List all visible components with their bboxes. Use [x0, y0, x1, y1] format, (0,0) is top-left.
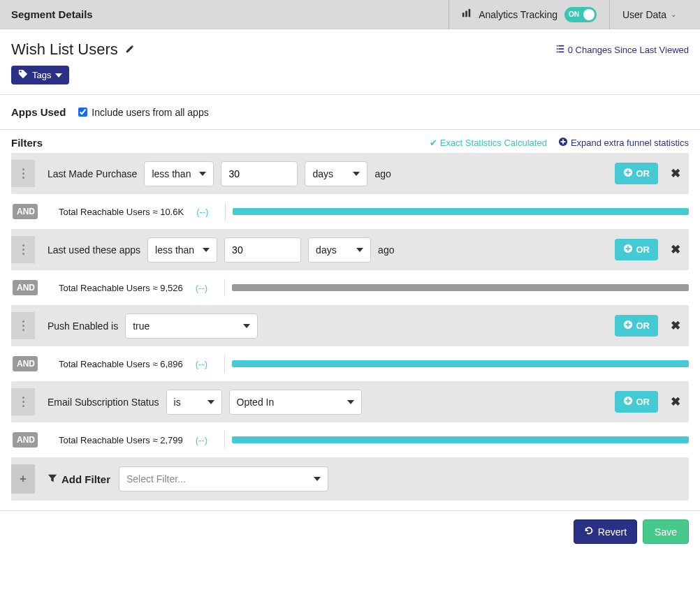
- drag-handle[interactable]: [11, 236, 35, 263]
- list-icon: [555, 44, 565, 56]
- suffix-label: ago: [374, 168, 391, 179]
- value-select[interactable]: Opted In: [229, 390, 362, 415]
- reach-text: Total Reachable Users ≈ 9,526: [59, 283, 183, 293]
- bar-chart-icon: [462, 8, 472, 20]
- svg-rect-0: [462, 13, 465, 17]
- filter-row: Email Subscription Status is Opted In OR…: [11, 381, 689, 422]
- reach-text: Total Reachable Users ≈ 2,799: [59, 435, 183, 445]
- operator-value: less than: [152, 168, 191, 179]
- reach-text: Total Reachable Users ≈ 6,896: [59, 359, 183, 369]
- select-filter-dropdown[interactable]: Select Filter...: [119, 466, 328, 492]
- save-button[interactable]: Save: [643, 519, 689, 544]
- include-all-apps-checkbox[interactable]: Include users from all apps: [78, 107, 208, 118]
- svg-rect-4: [557, 45, 558, 46]
- drag-handle[interactable]: [11, 388, 35, 415]
- and-chip: AND: [13, 280, 38, 295]
- undo-icon: [584, 526, 594, 538]
- edit-icon[interactable]: [125, 44, 135, 56]
- reach-link[interactable]: (--): [196, 207, 208, 217]
- or-button[interactable]: OR: [615, 239, 659, 260]
- reach-link[interactable]: (--): [196, 359, 207, 369]
- or-label: OR: [636, 168, 650, 179]
- unit-value: days: [312, 168, 333, 179]
- reach-link[interactable]: (--): [196, 283, 207, 293]
- svg-rect-6: [557, 48, 558, 50]
- svg-rect-9: [558, 51, 564, 52]
- svg-rect-16: [625, 172, 630, 173]
- or-button[interactable]: OR: [615, 315, 659, 337]
- user-data-dropdown[interactable]: User Data ⌄: [609, 0, 689, 29]
- operator-select[interactable]: less than: [144, 161, 214, 186]
- svg-rect-1: [465, 11, 467, 17]
- remove-icon[interactable]: ✖: [671, 166, 680, 181]
- and-chip: AND: [13, 356, 38, 371]
- filter-label: Push Enabled is: [48, 320, 118, 332]
- operator-select[interactable]: less than: [147, 237, 217, 263]
- filter-icon: [48, 473, 57, 485]
- stats-calculated-text: Exact Statistics Calculated: [440, 138, 547, 148]
- toggle-state-label: ON: [564, 10, 579, 18]
- operator-value: less than: [155, 244, 194, 256]
- svg-rect-25: [625, 400, 630, 401]
- reach-link[interactable]: (--): [196, 435, 207, 445]
- caret-down-icon: [356, 248, 363, 252]
- stats-row: AND Total Reachable Users ≈ 2,799 (--): [11, 424, 689, 456]
- revert-label: Revert: [598, 526, 627, 538]
- drag-handle[interactable]: [11, 160, 35, 187]
- include-all-apps-text: Include users from all apps: [92, 107, 208, 118]
- svg-rect-22: [625, 324, 630, 325]
- or-label: OR: [636, 397, 650, 407]
- segment-name: Wish List Users: [11, 40, 118, 59]
- toggle-knob: [583, 9, 595, 20]
- stats-row: AND Total Reachable Users ≈ 6,896 (--): [11, 348, 689, 380]
- include-all-apps-input[interactable]: [78, 108, 87, 117]
- caret-down-icon: [243, 324, 250, 328]
- svg-point-10: [20, 71, 22, 73]
- reach-text: Total Reachable Users ≈ 10.6K: [59, 207, 184, 217]
- caret-down-icon: [55, 73, 62, 77]
- plus-icon[interactable]: +: [11, 464, 35, 494]
- unit-select[interactable]: days: [308, 237, 371, 263]
- plus-circle-icon: [558, 137, 568, 149]
- unit-select[interactable]: days: [305, 161, 367, 186]
- filter-row: Last used these apps less than days ago …: [11, 229, 689, 270]
- tags-button[interactable]: Tags: [11, 66, 69, 84]
- add-filter-text: Add Filter: [61, 473, 110, 485]
- remove-icon[interactable]: ✖: [671, 242, 680, 257]
- or-button[interactable]: OR: [615, 163, 659, 184]
- plus-circle-icon: [623, 244, 633, 256]
- operator-select[interactable]: is: [166, 390, 222, 415]
- svg-rect-2: [469, 9, 471, 17]
- filter-label: Last Made Purchase: [48, 168, 137, 179]
- analytics-toggle[interactable]: ON: [564, 7, 597, 22]
- expand-stats-link[interactable]: Expand extra funnel statistics: [558, 137, 689, 149]
- apps-used-label: Apps Used: [11, 106, 66, 118]
- suffix-label: ago: [378, 244, 394, 256]
- caret-down-icon: [347, 400, 354, 404]
- caret-down-icon: [203, 248, 210, 252]
- changes-link[interactable]: 0 Changes Since Last Viewed: [555, 44, 689, 56]
- revert-button[interactable]: Revert: [574, 519, 637, 544]
- value-select[interactable]: true: [125, 313, 258, 339]
- remove-icon[interactable]: ✖: [671, 394, 680, 409]
- caret-down-icon: [207, 400, 214, 404]
- filter-label: Email Subscription Status: [48, 397, 159, 408]
- unit-value: days: [316, 244, 337, 256]
- and-chip: AND: [13, 204, 38, 219]
- drag-handle[interactable]: [11, 312, 35, 339]
- remove-icon[interactable]: ✖: [671, 318, 680, 333]
- caret-down-icon: [353, 172, 360, 176]
- value-input[interactable]: [221, 161, 298, 186]
- stats-row: AND Total Reachable Users ≈ 10.6K (--): [11, 195, 689, 228]
- analytics-label: Analytics Tracking: [479, 9, 557, 20]
- plus-circle-icon: [623, 396, 633, 408]
- caret-down-icon: [314, 477, 321, 481]
- or-button[interactable]: OR: [615, 391, 659, 413]
- value-input[interactable]: [224, 237, 301, 263]
- svg-rect-7: [558, 48, 564, 50]
- plus-circle-icon: [623, 168, 633, 179]
- reach-bar: [232, 360, 689, 367]
- tag-icon: [18, 69, 28, 81]
- user-data-label: User Data: [622, 9, 666, 20]
- operator-value: is: [174, 397, 181, 408]
